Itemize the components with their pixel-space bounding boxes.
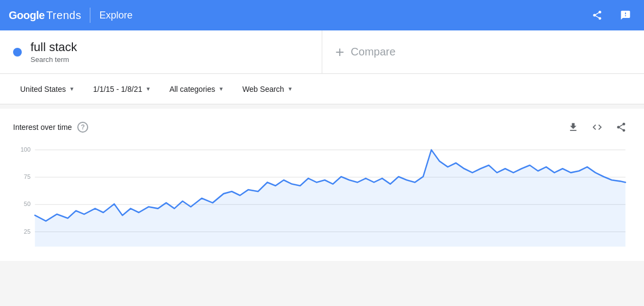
search-type-filter[interactable]: Web Search ▼ — [235, 80, 300, 98]
download-icon — [568, 122, 579, 133]
logo: Google Trends — [9, 9, 81, 22]
search-section: full stack Search term + Compare — [0, 30, 644, 74]
search-term-block: full stack Search term — [0, 30, 322, 73]
svg-text:100: 100 — [21, 146, 30, 153]
header-actions — [587, 5, 635, 25]
share-icon — [592, 10, 603, 21]
svg-text:25: 25 — [24, 228, 30, 235]
trend-chart: 100 75 50 25 — [13, 141, 631, 261]
feedback-icon — [620, 10, 631, 21]
search-dot — [13, 48, 22, 57]
share-button[interactable] — [587, 5, 607, 25]
search-term-subtitle: Search term — [30, 55, 77, 64]
compare-plus-icon: + — [335, 43, 344, 61]
category-chevron-icon: ▼ — [218, 86, 224, 92]
chart-container: 100 75 50 25 — [13, 141, 631, 261]
search-term-title: full stack — [30, 40, 77, 54]
filter-bar: United States ▼ 1/1/15 - 1/8/21 ▼ All ca… — [0, 74, 644, 104]
chart-title: Interest over time — [13, 123, 72, 132]
chart-header: Interest over time ? — [13, 117, 631, 137]
compare-block[interactable]: + Compare — [322, 30, 644, 73]
download-button[interactable] — [563, 117, 583, 137]
location-label: United States — [20, 85, 66, 93]
svg-text:50: 50 — [24, 201, 30, 207]
search-type-label: Web Search — [242, 85, 284, 93]
chart-section: Interest over time ? — [0, 109, 644, 261]
date-filter[interactable]: 1/1/15 - 1/8/21 ▼ — [86, 80, 158, 98]
search-term-text: full stack Search term — [30, 40, 77, 64]
search-type-chevron-icon: ▼ — [287, 86, 293, 92]
trends-logo-text: Trends — [46, 9, 82, 22]
date-label: 1/1/15 - 1/8/21 — [93, 85, 142, 93]
header-divider — [90, 8, 90, 23]
chart-share-icon — [616, 122, 627, 133]
feedback-button[interactable] — [616, 5, 635, 25]
location-chevron-icon: ▼ — [69, 86, 75, 92]
embed-button[interactable] — [587, 117, 607, 137]
embed-icon — [592, 122, 603, 133]
chart-title-area: Interest over time ? — [13, 122, 88, 133]
chart-actions — [563, 117, 631, 137]
google-logo-text: Google — [9, 9, 45, 22]
explore-label: Explore — [99, 10, 132, 21]
svg-marker-8 — [35, 150, 625, 247]
date-chevron-icon: ▼ — [145, 86, 151, 92]
app-header: Google Trends Explore — [0, 0, 644, 30]
compare-label: Compare — [351, 46, 395, 58]
help-icon[interactable]: ? — [77, 122, 88, 133]
category-filter[interactable]: All categories ▼ — [162, 80, 231, 98]
location-filter[interactable]: United States ▼ — [13, 80, 82, 98]
chart-share-button[interactable] — [611, 117, 631, 137]
category-label: All categories — [169, 85, 215, 93]
svg-text:75: 75 — [24, 173, 30, 180]
